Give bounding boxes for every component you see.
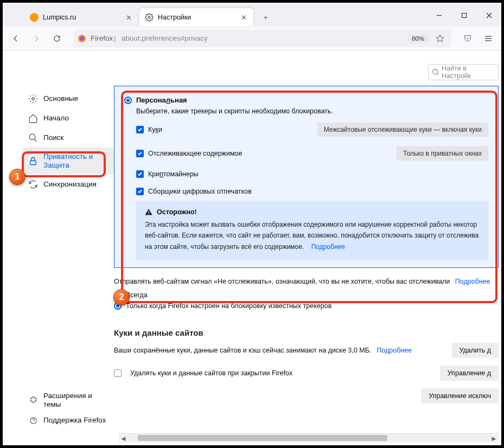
main-panel: Персональная Выберите, какие трекеры и с… xyxy=(114,54,499,437)
step-badge-1: 1 xyxy=(9,169,25,185)
menu-button[interactable] xyxy=(480,30,497,47)
dnt-description: Отправлять веб-сайтам сигнал «Не отслежи… xyxy=(114,278,450,285)
step-badge-2: 2 xyxy=(113,289,130,305)
help-icon xyxy=(28,415,38,425)
tab-title: Настройки xyxy=(158,14,235,21)
svg-point-6 xyxy=(80,36,84,41)
svg-point-14 xyxy=(29,134,35,140)
svg-line-15 xyxy=(34,139,37,142)
tab-lumpics[interactable]: Lumpics.ru ✕ xyxy=(24,8,138,27)
favicon-settings xyxy=(145,13,154,22)
new-tab-button[interactable]: ＋ xyxy=(258,10,273,25)
dnt-more-link[interactable]: Подробнее xyxy=(455,278,490,285)
url-bar[interactable]: Firefox| about:preferences#privacy 80% xyxy=(73,30,451,47)
warning-title: Осторожно! xyxy=(157,208,197,216)
cookies-heading: Куки и данные сайтов xyxy=(114,328,499,337)
dnt-onlywhen-label: Только когда Firefox настроен на блокиро… xyxy=(126,302,331,310)
warning-more-link[interactable]: Подробнее xyxy=(311,243,345,251)
warning-icon: ! xyxy=(145,208,152,216)
maximize-button[interactable] xyxy=(451,6,476,24)
svg-text:!: ! xyxy=(148,210,150,215)
sidebar: Основные Начало Поиск Приватность и Защи… xyxy=(5,54,114,437)
back-button[interactable] xyxy=(7,30,24,47)
manage-exceptions-button[interactable]: Управление исключ xyxy=(421,388,499,404)
cookies-dropdown[interactable]: Межсайтовые отслеживающие куки — включая… xyxy=(317,123,488,137)
scroll-right-icon[interactable]: ► xyxy=(489,434,499,443)
sidebar-extensions[interactable]: Расширения и темы xyxy=(23,388,114,412)
gear-icon xyxy=(28,94,38,104)
tab-settings[interactable]: Настройки ✕ xyxy=(139,8,253,27)
fp-label: Сборщики цифровых отпечатков xyxy=(148,188,252,195)
bookmark-star-icon[interactable] xyxy=(433,30,447,47)
forward-button[interactable] xyxy=(28,30,45,47)
close-icon[interactable]: ✕ xyxy=(124,13,133,22)
checkbox-clear-on-close[interactable] xyxy=(114,369,122,377)
cookies-info: Ваши сохранённые куки, данные сайтов и к… xyxy=(114,347,371,354)
tab-title: Lumpics.ru xyxy=(43,14,120,21)
sync-icon xyxy=(28,180,38,189)
scroll-thumb[interactable] xyxy=(128,434,489,443)
checkbox-cookies[interactable] xyxy=(136,126,144,133)
home-icon xyxy=(28,113,38,123)
checkbox-tracking[interactable] xyxy=(136,150,144,157)
svg-marker-7 xyxy=(436,35,443,42)
minimize-button[interactable] xyxy=(426,6,451,24)
svg-point-13 xyxy=(32,98,35,100)
sidebar-item-search[interactable]: Поиск xyxy=(23,128,114,148)
tracking-label: Отслеживающее содержимое xyxy=(148,150,242,157)
preferences-content: Найти в Настройк Основные Начало Поиск П… xyxy=(5,54,499,437)
custom-subtitle: Выберите, какие трекеры и скрипты необхо… xyxy=(136,107,488,115)
toolbar: Firefox| about:preferences#privacy 80% xyxy=(3,27,501,50)
sidebar-item-privacy[interactable]: Приватность и Защита xyxy=(23,148,114,175)
tab-strip: Lumpics.ru ✕ Настройки ✕ ＋ xyxy=(3,3,501,27)
pocket-icon[interactable] xyxy=(459,30,476,47)
cookies-label: Куки xyxy=(148,126,162,133)
clear-data-button[interactable]: Удалить д xyxy=(452,343,499,358)
radio-custom[interactable] xyxy=(124,97,132,104)
custom-protection-panel: Персональная Выберите, какие трекеры и с… xyxy=(114,86,499,268)
window-controls xyxy=(426,6,501,27)
manage-data-button[interactable]: Управление д xyxy=(440,366,499,381)
scroll-left-icon[interactable]: ◄ xyxy=(119,434,128,443)
sidebar-support[interactable]: Поддержка Firefox xyxy=(23,412,114,428)
url-text: about:preferences#privacy xyxy=(122,34,208,42)
checkbox-fingerprint[interactable] xyxy=(136,188,144,195)
puzzle-icon xyxy=(28,395,38,405)
favicon-lumpics xyxy=(30,13,39,22)
close-icon[interactable]: ✕ xyxy=(239,13,248,22)
horizontal-scrollbar[interactable]: ◄ ► xyxy=(119,433,499,443)
checkbox-miners[interactable] xyxy=(136,170,144,178)
custom-title: Персональная xyxy=(136,96,187,104)
zoom-badge[interactable]: 80% xyxy=(407,34,429,43)
search-icon xyxy=(28,133,38,143)
clear-on-close-label: Удалять куки и данные сайтов при закрыти… xyxy=(130,369,292,377)
miners-label: Криптомайнеры xyxy=(148,170,199,178)
close-window-button[interactable] xyxy=(476,6,501,24)
sidebar-item-general[interactable]: Основные xyxy=(23,89,114,108)
identity-label: Firefox| xyxy=(91,34,117,42)
lock-icon xyxy=(28,156,38,166)
svg-rect-16 xyxy=(30,161,36,165)
svg-point-0 xyxy=(148,16,150,18)
svg-rect-2 xyxy=(462,13,466,17)
sidebar-item-sync[interactable]: Синхронизация xyxy=(23,175,114,194)
warning-box: ! Осторожно! Эта настройка может вызвать… xyxy=(136,201,488,260)
cookies-more-link[interactable]: Подробнее xyxy=(377,347,412,354)
tracking-dropdown[interactable]: Только в приватных окнах xyxy=(397,146,488,161)
firefox-icon xyxy=(78,34,86,43)
reload-button[interactable] xyxy=(48,30,66,47)
sidebar-item-home[interactable]: Начало xyxy=(23,108,114,128)
